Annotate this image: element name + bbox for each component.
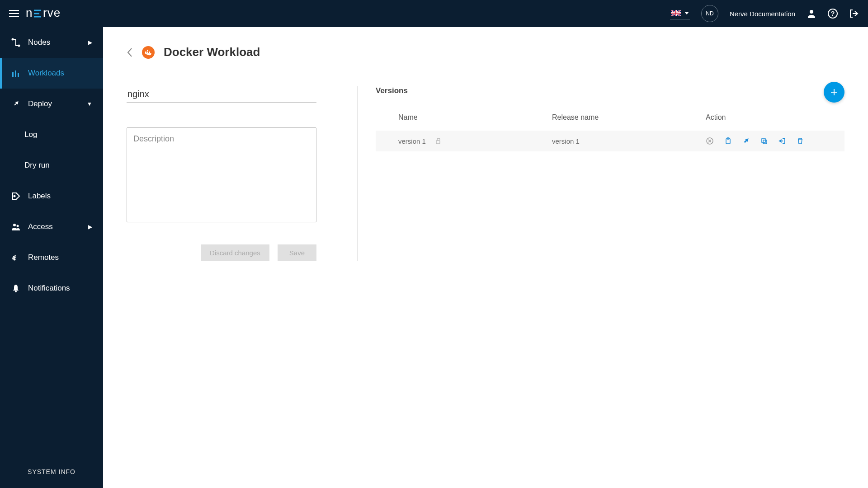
svg-rect-23	[147, 52, 148, 53]
nodes-icon	[11, 38, 21, 47]
workload-name-input[interactable]	[127, 86, 316, 103]
column-action: Action	[706, 113, 844, 122]
versions-title: Versions	[376, 86, 408, 95]
app-logo: n rve	[26, 8, 75, 19]
version-name: version 1	[398, 137, 426, 145]
versions-table: Name Release name Action version 1 versi…	[376, 113, 844, 151]
sidebar-item-labels[interactable]: Labels	[0, 181, 103, 211]
svg-rect-22	[145, 52, 146, 53]
user-name: Nerve Documentation	[730, 10, 795, 18]
avatar-initials: ND	[706, 10, 713, 17]
svg-point-12	[12, 39, 14, 40]
sidebar-subitem-log[interactable]: Log	[0, 119, 103, 150]
sidebar-item-label: Notifications	[28, 284, 70, 293]
copy-icon[interactable]	[760, 137, 768, 145]
svg-rect-34	[762, 139, 765, 142]
remotes-icon	[11, 253, 21, 262]
flag-uk-icon	[671, 10, 681, 16]
sidebar-item-remotes[interactable]: Remotes	[0, 242, 103, 273]
help-icon[interactable]: ?	[828, 9, 838, 19]
save-button[interactable]: Save	[278, 244, 316, 261]
bell-icon	[11, 284, 21, 293]
sidebar-item-nodes[interactable]: Nodes ▶	[0, 27, 103, 58]
add-version-button[interactable]	[824, 82, 844, 103]
system-info-label: SYSTEM INFO	[28, 468, 75, 475]
sidebar-item-label: Labels	[28, 192, 51, 201]
sidebar: Nodes ▶ Workloads Deploy ▼ Log Dry run L…	[0, 27, 103, 488]
column-name: Name	[398, 113, 552, 122]
workloads-icon	[11, 69, 21, 78]
sidebar-subitem-label: Log	[24, 130, 37, 139]
svg-text:rve: rve	[43, 8, 61, 19]
language-selector[interactable]	[670, 8, 690, 19]
svg-point-18	[13, 224, 16, 226]
deploy-icon	[11, 99, 21, 108]
chevron-right-icon: ▶	[88, 39, 92, 46]
chevron-down-icon	[684, 12, 689, 14]
app-header: n rve ND Nerve Documentation	[0, 0, 868, 27]
svg-point-17	[14, 196, 15, 197]
svg-rect-25	[149, 52, 150, 53]
system-info-button[interactable]: SYSTEM INFO	[0, 455, 103, 488]
hamburger-menu-icon[interactable]	[9, 9, 19, 18]
svg-point-19	[17, 225, 19, 227]
discard-button[interactable]: Discard changes	[201, 244, 269, 261]
svg-text:?: ?	[831, 10, 835, 17]
sidebar-item-workloads[interactable]: Workloads	[0, 58, 103, 89]
table-header: Name Release name Action	[376, 113, 844, 131]
chevron-right-icon: ▶	[88, 224, 92, 230]
labels-icon	[11, 192, 21, 201]
sidebar-subitem-dryrun[interactable]: Dry run	[0, 150, 103, 181]
workload-description-input[interactable]	[127, 127, 316, 222]
cancel-icon[interactable]	[706, 137, 714, 145]
sidebar-item-label: Remotes	[28, 253, 59, 262]
svg-rect-14	[12, 72, 14, 77]
table-row[interactable]: version 1 version 1	[376, 131, 844, 151]
user-icon[interactable]	[807, 9, 816, 19]
sidebar-item-access[interactable]: Access ▶	[0, 211, 103, 242]
main-content: Docker Workload Discard changes Save Ver…	[103, 27, 868, 488]
svg-text:n: n	[26, 8, 33, 19]
deploy-action-icon[interactable]	[742, 137, 750, 145]
svg-point-13	[19, 45, 20, 47]
version-release: version 1	[552, 137, 706, 145]
unlock-icon	[435, 138, 441, 144]
clipboard-icon[interactable]	[724, 137, 732, 145]
workload-form: Discard changes Save	[127, 86, 357, 261]
svg-rect-28	[436, 141, 440, 144]
svg-rect-24	[147, 50, 148, 51]
sidebar-subitem-label: Dry run	[24, 161, 50, 170]
sidebar-item-label: Access	[28, 222, 53, 231]
page-title: Docker Workload	[164, 45, 260, 59]
sidebar-item-label: Deploy	[28, 99, 52, 108]
svg-rect-16	[18, 73, 19, 77]
sidebar-item-notifications[interactable]: Notifications	[0, 273, 103, 304]
avatar[interactable]: ND	[701, 5, 718, 22]
logout-icon[interactable]	[849, 9, 859, 19]
versions-panel: Versions Name Release name Action versio…	[357, 86, 844, 261]
access-icon	[11, 222, 21, 231]
svg-rect-35	[763, 140, 767, 144]
sidebar-item-label: Nodes	[28, 38, 50, 47]
delete-icon[interactable]	[796, 137, 804, 145]
svg-rect-15	[15, 70, 16, 77]
svg-point-21	[15, 291, 17, 292]
svg-point-9	[810, 10, 813, 14]
column-release: Release name	[552, 113, 706, 122]
page-header: Docker Workload	[127, 45, 844, 59]
chevron-down-icon: ▼	[87, 101, 92, 107]
docker-icon	[142, 46, 155, 59]
sidebar-item-label: Workloads	[28, 69, 64, 78]
svg-point-20	[14, 259, 15, 260]
export-icon[interactable]	[778, 137, 786, 145]
plus-icon	[830, 88, 839, 97]
sidebar-item-deploy[interactable]: Deploy ▼	[0, 89, 103, 119]
back-button[interactable]	[127, 47, 133, 57]
